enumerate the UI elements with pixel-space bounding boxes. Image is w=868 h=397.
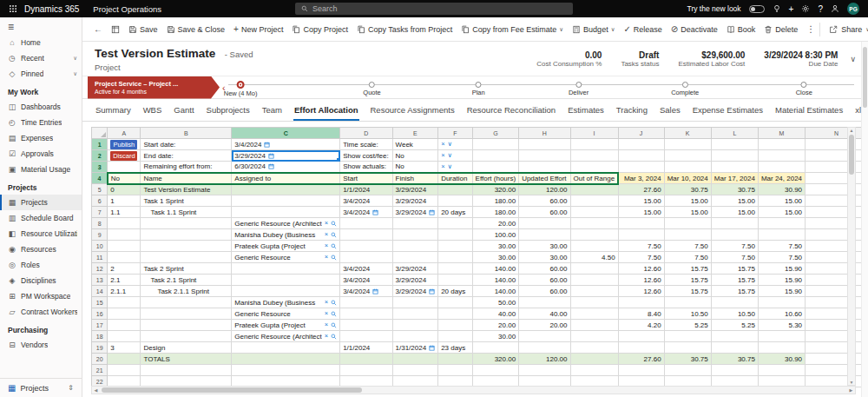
cell-I12[interactable] <box>570 263 618 275</box>
cell-M11[interactable]: 7.50 <box>758 252 805 263</box>
sidebar-item-recent[interactable]: ◷Recent∨ <box>0 50 82 66</box>
cell-A8[interactable] <box>108 218 141 229</box>
cell-I6[interactable] <box>570 195 618 207</box>
cell-G12[interactable]: 140.00 <box>472 263 519 275</box>
cell-D2[interactable]: Show cost/fee: <box>340 150 392 162</box>
cell-D11[interactable] <box>340 252 392 263</box>
cell-J13[interactable]: 12.60 <box>618 275 664 286</box>
cell-D20[interactable] <box>340 354 392 365</box>
cell-K8[interactable] <box>664 218 711 229</box>
scroll-thumb[interactable] <box>102 387 362 393</box>
cell-E17[interactable] <box>392 320 438 331</box>
cell-F12[interactable] <box>438 263 472 275</box>
cell-A9[interactable] <box>108 229 141 241</box>
cell-F17[interactable] <box>438 320 472 331</box>
cell-B11[interactable] <box>141 252 232 263</box>
cell-H20[interactable]: 120.00 <box>519 354 570 365</box>
bpf-stage-deliver[interactable]: Deliver <box>569 81 589 96</box>
cell-H21[interactable] <box>519 365 570 376</box>
cell-J1[interactable] <box>618 139 664 150</box>
cell-B1[interactable]: Start date: <box>141 139 232 150</box>
cell-F14[interactable]: 20 days <box>438 286 472 297</box>
row-header-20[interactable]: 20 <box>92 354 108 365</box>
column-header-D[interactable]: D <box>340 128 392 139</box>
cell-H7[interactable]: 60.00 <box>519 207 570 218</box>
cell-C16[interactable]: Generic Resource× <box>232 308 340 320</box>
cell-E18[interactable] <box>392 331 438 342</box>
more-commands-button[interactable]: ⋮ <box>802 23 819 36</box>
cell-D6[interactable]: 3/4/2024 <box>340 195 392 207</box>
cell-L2[interactable] <box>711 150 758 162</box>
cell-G19[interactable] <box>472 342 519 354</box>
cell-K17[interactable]: 5.25 <box>664 320 711 331</box>
publish-button[interactable]: Publish <box>110 140 137 149</box>
cell-L1[interactable] <box>711 139 758 150</box>
cell-D9[interactable] <box>340 229 392 241</box>
cell-F3[interactable]: ×∨ <box>438 162 472 173</box>
cell-E20[interactable] <box>392 354 438 365</box>
tab-summary[interactable]: Summary <box>95 99 132 121</box>
cell-B15[interactable] <box>141 297 232 308</box>
column-header-A[interactable]: A <box>108 128 141 139</box>
cell-I13[interactable] <box>570 275 618 286</box>
row-header-14[interactable]: 14 <box>92 286 108 297</box>
row-header-4[interactable]: 4 <box>92 173 108 184</box>
cell-G4[interactable]: Effort (hours) <box>472 173 519 184</box>
cell-E3[interactable]: No <box>392 162 438 173</box>
cell-F16[interactable] <box>438 308 472 320</box>
sidebar-item-home[interactable]: ⌂Home <box>0 35 82 50</box>
cell-A17[interactable] <box>108 320 141 331</box>
cell-I7[interactable] <box>570 207 618 218</box>
cell-F5[interactable] <box>438 184 472 195</box>
cell-M5[interactable]: 30.90 <box>758 184 805 195</box>
cell-M15[interactable] <box>758 297 805 308</box>
cell-I5[interactable] <box>570 184 618 195</box>
cell-N15[interactable] <box>806 297 868 308</box>
cell-D17[interactable] <box>340 320 392 331</box>
cell-N2[interactable] <box>806 150 868 162</box>
cell-A6[interactable]: 1 <box>108 195 141 207</box>
cell-I4[interactable]: Out of Range <box>570 173 618 184</box>
cell-J19[interactable] <box>618 342 664 354</box>
cell-E21[interactable] <box>392 365 438 376</box>
cell-L12[interactable]: 15.75 <box>711 263 758 275</box>
cell-K6[interactable]: 15.00 <box>664 195 711 207</box>
cell-L5[interactable]: 30.75 <box>711 184 758 195</box>
row-header-13[interactable]: 13 <box>92 275 108 286</box>
cell-M4[interactable]: Mar 24, 2024 <box>758 173 805 184</box>
cell-B13[interactable]: Task 2.1 Sprint <box>141 275 232 286</box>
cell-D15[interactable] <box>340 297 392 308</box>
cell-B20[interactable]: TOTALS <box>141 354 232 365</box>
row-header-7[interactable]: 7 <box>92 207 108 218</box>
cell-D1[interactable]: Time scale: <box>340 139 392 150</box>
cell-B6[interactable]: Task 1 Sprint <box>141 195 232 207</box>
cell-M7[interactable]: 15.00 <box>758 207 805 218</box>
cell-D13[interactable]: 3/4/2024 <box>340 275 392 286</box>
cell-N16[interactable] <box>806 308 868 320</box>
cell-K14[interactable]: 15.75 <box>664 286 711 297</box>
delete-button[interactable]: Delete <box>760 23 802 36</box>
tab-resource-reconciliation[interactable]: Resource Reconciliation <box>466 99 556 121</box>
column-header-I[interactable]: I <box>570 128 618 139</box>
select-all-cell[interactable] <box>92 128 108 139</box>
cell-J14[interactable]: 12.60 <box>618 286 664 297</box>
row-header-12[interactable]: 12 <box>92 263 108 275</box>
clear-icon[interactable]: × <box>325 242 328 249</box>
cell-K4[interactable]: Mar 10, 2024 <box>664 173 711 184</box>
tab-sales[interactable]: Sales <box>659 99 681 121</box>
grid-vertical-scrollbar[interactable]: ▲ ▼ <box>847 127 856 386</box>
grid-horizontal-scrollbar[interactable]: ◀ ▶ <box>91 386 856 394</box>
sidebar-item-resource-utilization[interactable]: ◧Resource Utilization <box>0 226 82 242</box>
cell-E6[interactable]: 3/29/2024 <box>392 195 438 207</box>
cell-H5[interactable]: 120.00 <box>519 184 570 195</box>
clear-icon[interactable]: × <box>325 254 328 261</box>
cell-B14[interactable]: Task 2.1.1 Sprint <box>141 286 232 297</box>
cell-K16[interactable]: 10.50 <box>664 308 711 320</box>
cell-H18[interactable] <box>519 331 570 342</box>
help-icon[interactable]: ? <box>818 4 823 14</box>
cell-H11[interactable]: 30.00 <box>519 252 570 263</box>
tab-estimates[interactable]: Estimates <box>567 99 605 121</box>
cell-G3[interactable] <box>472 162 519 173</box>
cell-J12[interactable]: 12.60 <box>618 263 664 275</box>
cell-I14[interactable] <box>570 286 618 297</box>
